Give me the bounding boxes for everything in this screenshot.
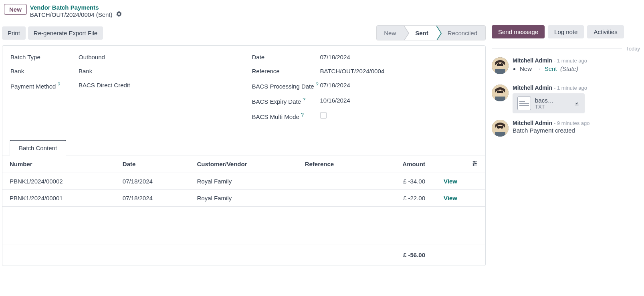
date-separator: Today bbox=[492, 46, 640, 52]
avatar bbox=[492, 57, 509, 74]
sliders-icon[interactable] bbox=[472, 161, 478, 168]
svg-rect-8 bbox=[497, 64, 503, 66]
col-number[interactable]: Number bbox=[2, 155, 115, 173]
message-item: Mitchell Admin - 1 minute ago New → Sent… bbox=[492, 57, 640, 78]
cell-reference bbox=[298, 190, 370, 207]
cell-number: PBNK1/2024/00002 bbox=[2, 173, 115, 190]
message-author: Mitchell Admin bbox=[513, 57, 552, 64]
value-bank: Bank bbox=[79, 68, 236, 75]
breadcrumb-current: BATCH/OUT/2024/0004 (Sent) bbox=[30, 11, 122, 18]
status-bar: New Sent Reconciled bbox=[376, 25, 486, 40]
cell-date: 07/18/2024 bbox=[115, 173, 190, 190]
svg-rect-17 bbox=[495, 97, 505, 101]
cell-number: PBNK1/2024/00001 bbox=[2, 190, 115, 207]
send-message-button[interactable]: Send message bbox=[492, 25, 545, 38]
svg-point-3 bbox=[475, 163, 476, 164]
message-time: - 1 minute ago bbox=[554, 85, 587, 91]
log-note-button[interactable]: Log note bbox=[548, 25, 584, 38]
table-row[interactable]: PBNK1/2024/00002 07/18/2024 Royal Family… bbox=[2, 173, 485, 190]
cell-date: 07/18/2024 bbox=[115, 190, 190, 207]
arrow-icon: → bbox=[535, 65, 541, 72]
view-link[interactable]: View bbox=[444, 195, 457, 201]
batch-content-table: Number Date Customer/Vendor Reference Am… bbox=[2, 155, 485, 266]
svg-point-1 bbox=[474, 161, 475, 163]
control-panel: New Vendor Batch Payments BATCH/OUT/2024… bbox=[0, 0, 644, 21]
help-icon[interactable]: ? bbox=[303, 97, 305, 103]
breadcrumb: Vendor Batch Payments BATCH/OUT/2024/000… bbox=[30, 4, 122, 18]
total-amount: £ -56.00 bbox=[370, 244, 432, 266]
label-bacs-processing-date: BACS Processing Date ? bbox=[252, 82, 320, 90]
status-step-reconciled[interactable]: Reconciled bbox=[436, 26, 485, 40]
table-row[interactable]: PBNK1/2024/00001 07/18/2024 Royal Family… bbox=[2, 190, 485, 207]
status-step-new[interactable]: New bbox=[377, 26, 404, 40]
col-amount[interactable]: Amount bbox=[370, 155, 432, 173]
cell-amount: £ -22.00 bbox=[370, 190, 432, 207]
cell-vendor: Royal Family bbox=[190, 190, 297, 207]
svg-rect-11 bbox=[495, 69, 505, 74]
chatter: Send message Log note Activities Today M… bbox=[488, 21, 644, 143]
avatar bbox=[492, 120, 509, 137]
help-icon[interactable]: ? bbox=[301, 112, 304, 118]
message-author: Mitchell Admin bbox=[513, 85, 552, 91]
checkbox-bacs-multi[interactable] bbox=[320, 112, 327, 119]
col-vendor[interactable]: Customer/Vendor bbox=[190, 155, 297, 173]
svg-rect-20 bbox=[497, 126, 503, 128]
label-date: Date bbox=[252, 54, 320, 60]
form-sheet: Batch Type Outbound Bank Bank Payment Me… bbox=[2, 45, 486, 266]
message-item: Mitchell Admin - 9 minutes ago Batch Pay… bbox=[492, 120, 640, 137]
attachment-ext: TXT bbox=[535, 104, 569, 110]
gear-icon[interactable] bbox=[116, 11, 122, 18]
col-reference[interactable]: Reference bbox=[298, 155, 370, 173]
cell-reference bbox=[298, 173, 370, 190]
value-bacs-multi-mode bbox=[320, 112, 478, 120]
label-payment-method: Payment Method ? bbox=[10, 82, 79, 90]
value-payment-method: BACS Direct Credit bbox=[79, 82, 236, 89]
svg-rect-23 bbox=[495, 132, 505, 137]
label-bank: Bank bbox=[10, 68, 79, 75]
attachment-name: bacs… bbox=[535, 97, 569, 104]
empty-row bbox=[2, 207, 485, 225]
message-item: Mitchell Admin - 1 minute ago bacs… TXT bbox=[492, 85, 640, 113]
new-button[interactable]: New bbox=[4, 4, 27, 15]
help-icon[interactable]: ? bbox=[316, 82, 319, 87]
regenerate-export-button[interactable]: Re-generate Export File bbox=[28, 26, 103, 40]
svg-point-5 bbox=[473, 165, 474, 166]
message-author: Mitchell Admin bbox=[513, 120, 552, 126]
attachment[interactable]: bacs… TXT bbox=[513, 93, 585, 113]
label-bacs-multi-mode: BACS Multi Mode ? bbox=[252, 112, 320, 120]
help-icon[interactable]: ? bbox=[58, 82, 61, 87]
tracking-change: New → Sent (State) bbox=[520, 65, 640, 72]
print-button[interactable]: Print bbox=[2, 26, 26, 40]
avatar bbox=[492, 85, 509, 101]
label-bacs-expiry-date: BACS Expiry Date ? bbox=[252, 97, 320, 105]
value-date: 07/18/2024 bbox=[320, 54, 478, 60]
value-batch-type: Outbound bbox=[79, 54, 236, 60]
cell-vendor: Royal Family bbox=[190, 173, 297, 190]
breadcrumb-parent-link[interactable]: Vendor Batch Payments bbox=[30, 4, 122, 11]
activities-button[interactable]: Activities bbox=[587, 25, 624, 38]
value-bacs-processing-date: 07/18/2024 bbox=[320, 82, 478, 89]
message-time: - 1 minute ago bbox=[554, 58, 587, 64]
tab-batch-content[interactable]: Batch Content bbox=[10, 140, 66, 155]
spacer-row bbox=[2, 225, 485, 244]
cell-amount: £ -34.00 bbox=[370, 173, 432, 190]
message-text: Batch Payment created bbox=[513, 127, 640, 134]
view-link[interactable]: View bbox=[444, 178, 457, 185]
download-icon[interactable] bbox=[573, 100, 580, 107]
label-reference: Reference bbox=[252, 68, 320, 75]
label-batch-type: Batch Type bbox=[10, 54, 79, 60]
total-row: £ -56.00 bbox=[2, 244, 485, 266]
svg-rect-14 bbox=[497, 91, 503, 93]
file-icon bbox=[517, 97, 531, 110]
message-time: - 9 minutes ago bbox=[554, 120, 590, 126]
value-bacs-expiry-date: 10/16/2024 bbox=[320, 97, 478, 104]
value-reference: BATCH/OUT/2024/0004 bbox=[320, 68, 478, 75]
tabs: Batch Content bbox=[2, 139, 485, 155]
col-date[interactable]: Date bbox=[115, 155, 190, 173]
record-title: BATCH/OUT/2024/0004 (Sent) bbox=[30, 11, 113, 18]
